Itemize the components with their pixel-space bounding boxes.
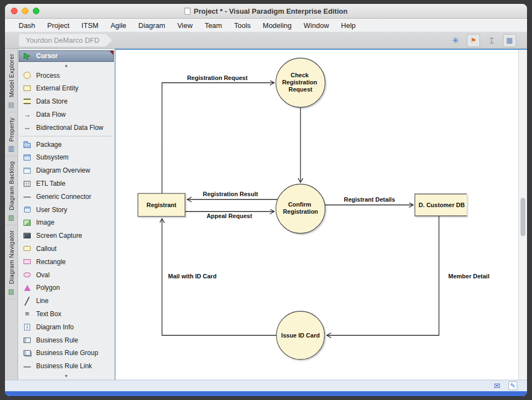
palette-item-package[interactable]: Package	[18, 138, 114, 151]
palette-item-diagram-overview[interactable]: Diagram Overview	[18, 164, 114, 177]
tab-diagram-navigator[interactable]: Diagram Navigator ▨	[5, 225, 18, 299]
menu-item-help[interactable]: Help	[335, 19, 362, 32]
palette-item-user-story[interactable]: User Story	[18, 203, 114, 216]
menu-item-team[interactable]: Team	[199, 19, 228, 32]
tab-diagram-navigator-label: Diagram Navigator	[8, 230, 15, 284]
breadcrumb[interactable]: Yourdon DeMarco DFD	[19, 34, 112, 47]
flow-registration-request[interactable]	[162, 83, 274, 193]
ibeam-tool-icon[interactable]: ⌶	[485, 34, 498, 47]
menu-item-diagram[interactable]: Diagram	[132, 19, 171, 32]
window-bottom-accent	[5, 391, 527, 396]
diagram-overview-icon	[22, 166, 32, 175]
menu-item-modeling[interactable]: Modeling	[257, 19, 298, 32]
diagram-info-icon: i	[22, 323, 32, 332]
palette-item-polygon[interactable]: Polygon	[18, 281, 114, 294]
screen-capture-icon	[22, 231, 32, 240]
palette-item-label: Screen Capture	[36, 232, 82, 239]
palette-item-data-flow[interactable]: → Data Flow	[18, 108, 114, 121]
menu-item-agile[interactable]: Agile	[105, 19, 132, 32]
palette-item-business-rule[interactable]: Business Rule	[18, 334, 114, 347]
tool-palette: Cursor ▲ Process External Entity Data St…	[18, 49, 115, 380]
palette-item-etl-table[interactable]: ETL Table	[18, 177, 114, 190]
diagram-navigator-icon: ▨	[8, 288, 14, 295]
palette-item-label: Cursor	[36, 52, 57, 60]
toolbar-icons: ✳ ⚑ ⌶ ▦	[449, 34, 516, 47]
tab-model-explorer-label: Model Explorer	[8, 54, 15, 98]
menu-item-view[interactable]: View	[171, 19, 199, 32]
bidirectional-data-flow-icon: ↔	[22, 123, 32, 132]
minimize-button[interactable]	[22, 8, 28, 14]
palette-item-oval[interactable]: Oval	[18, 268, 114, 282]
flow-member-detail[interactable]	[327, 216, 439, 335]
palette-item-callout[interactable]: Callout	[18, 242, 114, 255]
business-rule-group-icon	[22, 348, 32, 357]
palette-item-generic-connector[interactable]: — Generic Connector	[18, 190, 114, 203]
flow-label-registration-result: Registration Result	[203, 191, 258, 197]
palette-item-line[interactable]: ╱ Line	[18, 294, 114, 307]
model-explorer-icon: ▤	[8, 101, 14, 108]
palette-item-label: Business Rule Link	[36, 362, 92, 370]
palette-item-label: Package	[36, 141, 62, 148]
edit-document-icon[interactable]: ✎	[508, 381, 517, 390]
palette-item-label: Text Box	[36, 310, 61, 318]
tab-property-label: Property	[8, 117, 15, 142]
scrollbar-thumb[interactable]	[521, 198, 525, 236]
palette-item-cursor[interactable]: Cursor	[19, 50, 114, 62]
titlebar: Project * - Visual Paradigm Enterprise E…	[5, 4, 527, 19]
palette-item-business-rule-group[interactable]: Business Rule Group	[18, 346, 114, 359]
flag-panel-icon[interactable]: ⚑	[467, 34, 480, 47]
palette-item-external-entity[interactable]: External Entity	[18, 82, 114, 95]
tab-diagram-backlog[interactable]: Diagram Backlog ▧	[5, 156, 18, 225]
palette-item-bidirectional-data-flow[interactable]: ↔ Bidirectional Data Flow	[18, 121, 114, 134]
palette-item-text-box[interactable]: ≡ Text Box	[18, 307, 114, 321]
canvas-vertical-scrollbar[interactable]	[518, 50, 527, 380]
model-tool-icon[interactable]: ✳	[449, 34, 462, 47]
polygon-icon	[22, 283, 32, 292]
property-icon: ▥	[8, 145, 14, 152]
menu-bar: Dash Project ITSM Agile Diagram View Tea…	[5, 19, 527, 32]
palette-scroll-down[interactable]: ▼	[18, 373, 114, 380]
subsystem-icon	[22, 153, 32, 162]
menu-item-dash[interactable]: Dash	[13, 19, 41, 32]
palette-item-label: Line	[36, 297, 49, 305]
palette-item-rectangle[interactable]: Rectangle	[18, 255, 114, 268]
menu-item-itsm[interactable]: ITSM	[76, 19, 105, 32]
palette-item-label: External Entity	[36, 84, 78, 92]
zoom-button[interactable]	[33, 8, 39, 14]
app-window: Project * - Visual Paradigm Enterprise E…	[4, 3, 528, 397]
node-label-issue: Issue ID Card	[281, 332, 320, 339]
palette-item-business-rule-link[interactable]: — Business Rule Link	[18, 359, 114, 373]
callout-icon	[22, 244, 32, 253]
tab-diagram-backlog-label: Diagram Backlog	[8, 161, 15, 210]
menu-item-project[interactable]: Project	[41, 19, 75, 32]
package-icon	[22, 140, 32, 149]
palette-item-process[interactable]: Process	[18, 69, 114, 82]
palette-item-label: Subsystem	[36, 153, 68, 161]
diagram-canvas[interactable]: Registration Request Registration Result…	[115, 50, 518, 380]
palette-item-label: Process	[36, 72, 60, 79]
palette-item-label: Bidirectional Data Flow	[36, 124, 103, 132]
palette-item-image[interactable]: Image	[18, 216, 114, 230]
palette-item-label: Data Store	[36, 98, 67, 105]
toolbar: Yourdon DeMarco DFD ✳ ⚑ ⌶ ▦	[5, 32, 527, 49]
menu-item-window[interactable]: Window	[298, 19, 335, 32]
close-button[interactable]	[11, 8, 18, 14]
palette-item-data-store[interactable]: Data Store	[18, 95, 114, 108]
palette-scroll-up[interactable]: ▲	[18, 62, 114, 69]
tab-property[interactable]: Property ▥	[5, 112, 18, 157]
palette-item-label: User Story	[36, 206, 67, 214]
mail-icon[interactable]: ✉	[494, 382, 500, 390]
panel-grid-icon[interactable]: ▦	[503, 34, 516, 47]
menu-item-tools[interactable]: Tools	[228, 19, 257, 32]
flow-label-member-detail: Member Detail	[448, 273, 489, 279]
diagram-backlog-icon: ▧	[8, 214, 14, 221]
palette-item-screen-capture[interactable]: Screen Capture	[18, 229, 114, 242]
palette-item-diagram-info[interactable]: i Diagram Info	[18, 321, 114, 334]
text-box-icon: ≡	[22, 310, 32, 318]
image-icon	[22, 218, 32, 227]
tab-model-explorer[interactable]: Model Explorer ▤	[5, 49, 18, 112]
document-icon	[184, 8, 190, 15]
palette-item-label: Rectangle	[36, 258, 66, 266]
palette-item-subsystem[interactable]: Subsystem	[18, 151, 114, 164]
data-store-icon	[22, 97, 32, 106]
